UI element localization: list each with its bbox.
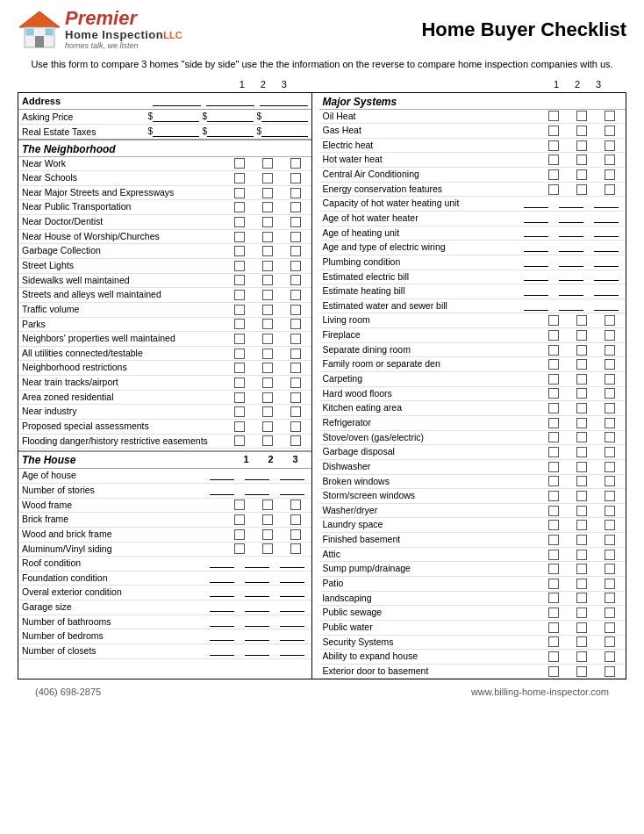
checkbox-3[interactable] bbox=[605, 388, 615, 399]
line-input-1[interactable] bbox=[210, 603, 234, 612]
line-input-1[interactable] bbox=[524, 199, 548, 208]
line-input-2[interactable] bbox=[245, 588, 269, 597]
checkbox-2[interactable] bbox=[262, 529, 273, 540]
checkbox-3[interactable] bbox=[605, 535, 615, 545]
line-input-3[interactable] bbox=[594, 214, 619, 223]
checkbox-3[interactable] bbox=[605, 608, 615, 618]
line-input-1[interactable] bbox=[210, 486, 234, 495]
checkbox-1[interactable] bbox=[548, 608, 559, 618]
line-input-3[interactable] bbox=[280, 471, 304, 480]
line-input-2[interactable] bbox=[559, 214, 583, 223]
line-input-2[interactable] bbox=[245, 647, 269, 656]
checkbox-3[interactable] bbox=[290, 290, 301, 300]
line-input-2[interactable] bbox=[559, 258, 583, 267]
checkbox-2[interactable] bbox=[576, 140, 587, 151]
checkbox-1[interactable] bbox=[234, 421, 245, 432]
checkbox-1[interactable] bbox=[548, 359, 559, 370]
checkbox-1[interactable] bbox=[234, 275, 245, 285]
checkbox-3[interactable] bbox=[605, 447, 615, 457]
checkbox-2[interactable] bbox=[576, 111, 587, 121]
checkbox-3[interactable] bbox=[290, 406, 301, 417]
checkbox-2[interactable] bbox=[576, 184, 587, 195]
checkbox-3[interactable] bbox=[605, 593, 615, 603]
checkbox-2[interactable] bbox=[576, 564, 587, 574]
line-input-1[interactable] bbox=[524, 272, 548, 281]
line-input-1[interactable] bbox=[524, 302, 548, 311]
checkbox-1[interactable] bbox=[548, 330, 559, 341]
checkbox-1[interactable] bbox=[548, 315, 559, 326]
checkbox-2[interactable] bbox=[576, 622, 587, 633]
checkbox-2[interactable] bbox=[576, 579, 587, 589]
line-input-1[interactable] bbox=[524, 243, 548, 252]
checkbox-2[interactable] bbox=[576, 315, 587, 326]
checkbox-2[interactable] bbox=[262, 406, 273, 417]
checkbox-2[interactable] bbox=[262, 202, 273, 212]
checkbox-2[interactable] bbox=[262, 232, 273, 242]
checkbox-3[interactable] bbox=[290, 543, 301, 554]
checkbox-2[interactable] bbox=[262, 421, 273, 432]
line-input-3[interactable] bbox=[280, 647, 304, 656]
checkbox-1[interactable] bbox=[548, 447, 559, 457]
line-input-3[interactable] bbox=[280, 574, 304, 583]
checkbox-3[interactable] bbox=[605, 111, 615, 121]
checkbox-2[interactable] bbox=[576, 447, 587, 457]
checkbox-3[interactable] bbox=[605, 476, 615, 486]
checkbox-1[interactable] bbox=[548, 388, 559, 399]
checkbox-1[interactable] bbox=[548, 579, 559, 589]
checkbox-2[interactable] bbox=[576, 476, 587, 486]
checkbox-3[interactable] bbox=[605, 315, 615, 326]
line-input-3[interactable] bbox=[594, 287, 619, 296]
checkbox-3[interactable] bbox=[290, 514, 301, 525]
line-input-3[interactable] bbox=[594, 302, 619, 311]
checkbox-3[interactable] bbox=[605, 666, 615, 677]
checkbox-2[interactable] bbox=[262, 290, 273, 300]
checkbox-3[interactable] bbox=[290, 529, 301, 540]
line-input-2[interactable] bbox=[559, 287, 583, 296]
checkbox-1[interactable] bbox=[234, 246, 245, 256]
checkbox-2[interactable] bbox=[262, 363, 273, 373]
checkbox-1[interactable] bbox=[548, 636, 559, 647]
checkbox-2[interactable] bbox=[576, 388, 587, 399]
checkbox-1[interactable] bbox=[548, 374, 559, 385]
line-input-1[interactable] bbox=[210, 574, 234, 583]
checkbox-2[interactable] bbox=[576, 155, 587, 165]
line-input-3[interactable] bbox=[280, 618, 304, 627]
checkbox-2[interactable] bbox=[576, 506, 587, 516]
line-input-3[interactable] bbox=[594, 258, 619, 267]
line-input-3[interactable] bbox=[594, 199, 619, 208]
checkbox-3[interactable] bbox=[290, 261, 301, 271]
checkbox-2[interactable] bbox=[576, 126, 587, 136]
line-input-3[interactable] bbox=[280, 588, 304, 597]
checkbox-3[interactable] bbox=[290, 217, 301, 227]
checkbox-1[interactable] bbox=[234, 319, 245, 329]
checkbox-3[interactable] bbox=[605, 432, 615, 442]
checkbox-3[interactable] bbox=[290, 363, 301, 373]
checkbox-2[interactable] bbox=[576, 550, 587, 560]
line-input-3[interactable] bbox=[594, 243, 619, 252]
checkbox-2[interactable] bbox=[576, 651, 587, 662]
checkbox-1[interactable] bbox=[548, 491, 559, 501]
checkbox-3[interactable] bbox=[605, 140, 615, 151]
checkbox-3[interactable] bbox=[605, 506, 615, 516]
checkbox-3[interactable] bbox=[290, 246, 301, 256]
checkbox-3[interactable] bbox=[605, 345, 615, 356]
checkbox-1[interactable] bbox=[234, 543, 245, 554]
checkbox-1[interactable] bbox=[548, 666, 559, 677]
checkbox-2[interactable] bbox=[262, 500, 273, 510]
checkbox-1[interactable] bbox=[548, 506, 559, 516]
checkbox-3[interactable] bbox=[605, 184, 615, 195]
checkbox-3[interactable] bbox=[605, 330, 615, 341]
checkbox-2[interactable] bbox=[262, 514, 273, 525]
line-input-1[interactable] bbox=[210, 559, 234, 568]
checkbox-2[interactable] bbox=[262, 319, 273, 329]
checkbox-2[interactable] bbox=[576, 330, 587, 341]
checkbox-1[interactable] bbox=[548, 345, 559, 356]
checkbox-3[interactable] bbox=[605, 418, 615, 428]
checkbox-2[interactable] bbox=[262, 334, 273, 344]
checkbox-1[interactable] bbox=[548, 418, 559, 428]
checkbox-1[interactable] bbox=[234, 188, 245, 198]
checkbox-3[interactable] bbox=[290, 173, 301, 183]
checkbox-2[interactable] bbox=[262, 377, 273, 388]
line-input-2[interactable] bbox=[559, 302, 583, 311]
checkbox-3[interactable] bbox=[290, 392, 301, 403]
